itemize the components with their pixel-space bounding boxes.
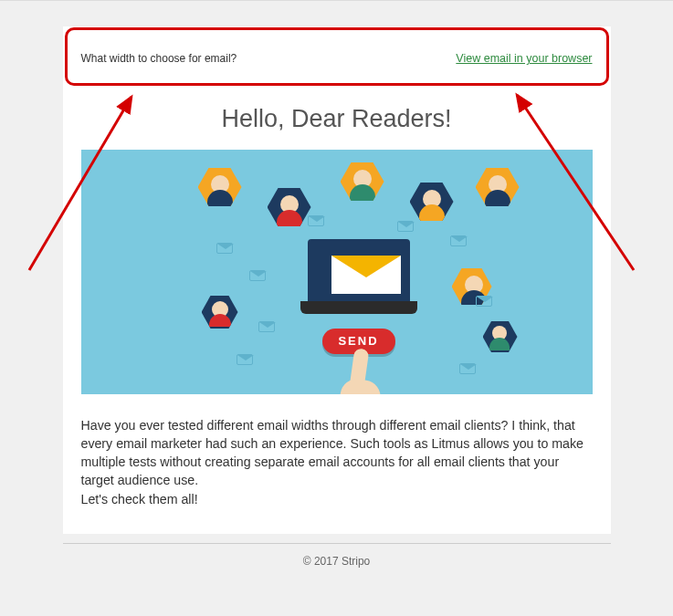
large-envelope-icon	[331, 256, 401, 294]
avatar-icon	[476, 168, 520, 206]
body-copy: Have you ever tested different email wid…	[63, 412, 611, 516]
avatar-icon	[268, 188, 311, 226]
copyright-text: © 2017 Stripo	[63, 553, 611, 569]
avatar-icon	[483, 321, 518, 352]
email-footer: © 2017 Stripo	[63, 543, 611, 569]
envelope-icon	[308, 215, 324, 226]
envelope-icon	[397, 221, 414, 232]
envelope-icon	[459, 363, 476, 374]
preheader-subject: What width to choose for email?	[81, 52, 237, 65]
envelope-icon	[216, 243, 233, 254]
avatar-icon	[198, 168, 242, 206]
avatar-icon	[341, 162, 384, 201]
envelope-icon	[450, 235, 467, 246]
avatar-icon	[202, 296, 238, 329]
envelope-icon	[237, 354, 253, 365]
hero-illustration: SEND	[81, 150, 593, 394]
laptop-icon	[300, 239, 417, 321]
envelope-icon	[249, 270, 266, 281]
avatar-icon	[410, 183, 454, 221]
envelope-icon	[476, 296, 492, 307]
preheader-row: What width to choose for email? View ema…	[63, 26, 611, 85]
body-paragraph: Let's check them all!	[81, 490, 593, 508]
hand-pointer-icon	[339, 377, 383, 394]
email-headline: Hello, Dear Readers!	[63, 85, 611, 150]
envelope-icon	[258, 321, 275, 332]
email-card: What width to choose for email? View ema…	[63, 26, 611, 534]
view-in-browser-link[interactable]: View email in your browser	[456, 52, 592, 65]
body-paragraph: Have you ever tested different email wid…	[81, 416, 593, 490]
